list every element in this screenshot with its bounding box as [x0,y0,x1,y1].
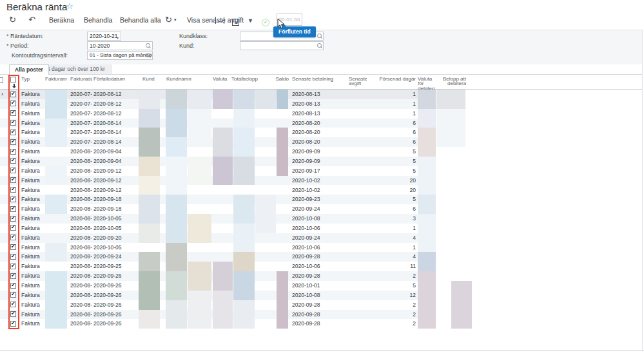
cell-typ: Faktura [21,176,46,186]
cell-forsenad_dagar: 12 [368,291,416,300]
redacted-cell-kundnamn [166,271,187,300]
cell-fakturadatum: 2020-08-1 [70,176,92,186]
cell-typ: Faktura [21,109,46,119]
cell-senaste_betalning: 2020-10-02 [292,176,347,186]
cell-fakturadatum: 2020-08-2 [70,319,92,329]
cell-fakturadatum: 2020-08-2 [70,281,92,291]
cell-fakturadatum: 2020-08-1 [70,195,92,204]
cell-forfallodatum: 2020-09-12 [93,176,141,186]
cell-forfallodatum: 2020-09-25 [93,262,141,271]
cell-typ: Faktura [21,128,46,137]
cell-forfallodatum: 2020-08-12 [93,90,141,99]
redacted-cell-kund [139,176,160,195]
cell-senaste_betalning: 2020-10-06 [292,262,347,271]
cell-forfallodatum: 2020-09-04 [93,157,141,166]
redacted-cell-fakturanr [45,243,67,262]
redacted-cell-valuta_for_debitering [418,195,436,214]
cell-forfallodatum: 2020-09-26 [93,271,141,281]
cell-forfallodatum: 2020-09-04 [93,147,141,157]
cell-senaste_betalning: 2020-09-28 [292,310,347,320]
cell-forsenad_dagar: 6 [368,128,416,137]
cell-fakturadatum: 2020-08-2 [70,310,92,320]
cell-senaste_betalning: 2020-09-09 [292,157,347,166]
cell-forsenad_dagar: 20 [368,176,416,186]
cell-typ: Faktura [21,243,46,253]
cell-fakturadatum: 2020-07- [70,128,92,137]
right-divider [642,30,643,350]
cell-typ: Faktura [21,204,46,214]
cell-senaste_betalning: 2020-08-13 [292,90,347,99]
cell-forsenad_dagar: 5 [368,157,416,166]
cell-senaste_betalning: 2020-09-09 [292,147,347,157]
redacted-cell-kund [139,128,160,157]
cell-forsenad_dagar: 4 [368,233,416,243]
cell-forsenad_dagar: 5 [368,195,416,204]
redacted-cell-kundnamn2 [188,90,211,109]
cell-forsenad_dagar: 6 [368,137,416,147]
cell-fakturadatum: 2020-08-0 [70,157,92,166]
redacted-cell-kund [139,252,160,271]
redacted-cell-valuta_for_debitering [418,109,436,128]
redacted-cell-saldo_r [277,271,288,329]
cell-forfallodatum: 2020-09-20 [93,233,141,243]
cell-fakturadatum: 2020-08-2 [70,252,92,262]
table-row[interactable] [0,186,418,195]
row-selector-marker: › [1,91,3,97]
cell-senaste_betalning: 2020-09-23 [292,195,347,204]
tab-alla-poster[interactable]: Alla poster [9,64,49,75]
redacted-cell-valuta_for_debitering [418,157,436,195]
redacted-cell-saldo_r [277,90,288,109]
cell-forfallodatum: 2020-08-14 [93,128,141,137]
redacted-cell-valuta_for_debitering [418,271,436,329]
redacted-cell-valuta [213,157,233,186]
cell-typ: Faktura [21,233,46,243]
cell-typ: Faktura [21,147,46,157]
redacted-cell-fakturanr [45,195,67,214]
cell-forsenad_dagar: 1 [368,90,416,99]
cell-senaste_betalning: 2020-10-08 [292,214,347,224]
cell-senaste_betalning: 2020-09-28 [292,300,347,310]
table-row[interactable] [0,147,418,157]
cell-typ: Faktura [21,281,46,291]
cell-forfallodatum: 2020-09-26 [93,281,141,291]
redacted-cell-kundnamn [166,195,187,242]
redacted-cell-kundnamn [166,109,187,138]
cell-typ: Faktura [21,319,46,329]
cell-forsenad_dagar: 6 [368,119,416,128]
cell-forsenad_dagar: 20 [368,186,416,195]
cell-forfallodatum: 2020-08-12 [93,99,141,109]
cell-forsenad_dagar: 3 [368,214,416,224]
redacted-cell-fakturanr [45,271,67,329]
cell-typ: Faktura [21,252,46,262]
redacted-cell-belopp_att_debitera [436,109,465,147]
cell-senaste_betalning: 2020-10-02 [292,186,347,195]
cell-fakturadatum: 2020-08-2 [70,214,92,224]
cell-forsenad_dagar: 6 [368,204,416,214]
redacted-cell-totalbelopp [233,128,255,157]
cell-typ: Faktura [21,157,46,166]
cell-typ: Faktura [21,90,46,99]
cell-fakturadatum: 2020-07- [70,99,92,109]
cell-fakturadatum: 2020-08-2 [70,262,92,271]
redacted-cell-kundnamn [166,243,187,272]
cell-typ: Faktura [21,137,46,147]
redacted-cell-valuta [213,90,233,109]
redacted-cell-belopp2 [451,281,472,329]
cell-forfallodatum: 2020-10-05 [93,243,141,253]
cell-forfallodatum: 2020-10-05 [93,224,141,233]
cell-senaste_betalning: 2020-10-06 [292,243,347,253]
redacted-cell-kundnamn [166,157,187,195]
redacted-cell-kund [139,157,160,176]
cell-forsenad_dagar: 5 [368,281,416,291]
cell-forfallodatum: 2020-09-26 [93,300,141,310]
cell-fakturadatum: 2020-08-1 [70,166,92,176]
redacted-cell-kundnamn2 [188,291,211,329]
redacted-cell-kundnamn2 [188,109,211,138]
redacted-cell-totalbelopp [233,157,255,186]
redacted-cell-totalbelopp [233,271,255,300]
redacted-cell-totalbelopp [233,300,255,329]
cell-forfallodatum: 2020-08-14 [93,119,141,128]
redacted-cell-kundnamn2 [188,157,211,186]
redacted-cell-valuta_for_debitering [418,90,436,109]
cell-forsenad_dagar: 1 [368,243,416,253]
